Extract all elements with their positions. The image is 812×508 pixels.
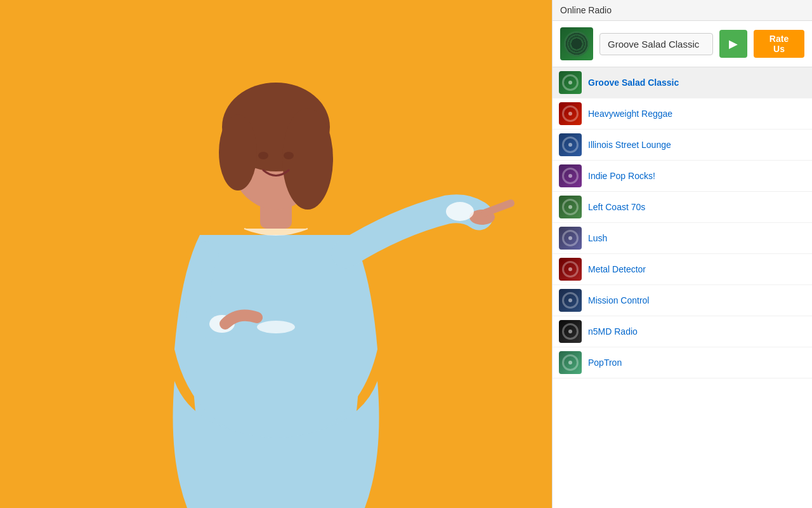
now-playing-bar: Groove Salad Classic ▶ Rate Us: [553, 21, 812, 67]
background-figure: [0, 0, 552, 508]
mini-vinyl-icon: [562, 230, 579, 246]
now-playing-name: Groove Salad Classic: [599, 33, 713, 55]
play-button[interactable]: ▶: [719, 30, 747, 58]
play-icon: ▶: [729, 37, 738, 51]
svg-point-12: [257, 321, 295, 333]
svg-point-10: [446, 202, 474, 221]
station-thumb: [559, 351, 582, 374]
mini-vinyl-icon: [562, 168, 579, 184]
station-list-item[interactable]: Heavyweight Reggae: [553, 98, 812, 130]
svg-point-6: [219, 114, 257, 190]
station-thumb: [559, 102, 582, 125]
station-list-item[interactable]: n5MD Radio: [553, 316, 812, 347]
svg-point-8: [284, 152, 294, 159]
mini-vinyl-icon: [562, 292, 579, 309]
station-name-link[interactable]: PopTron: [588, 358, 622, 368]
mini-vinyl-icon: [562, 105, 579, 122]
station-thumb: [559, 196, 582, 218]
station-list-item[interactable]: Left Coast 70s: [553, 192, 812, 223]
header-title: Online Radio: [560, 5, 612, 15]
station-list-item[interactable]: Illinois Street Lounge: [553, 130, 812, 161]
rate-label: Rate Us: [769, 34, 789, 54]
right-panel: Online Radio Groove Salad Classic ▶ Rate…: [552, 0, 812, 508]
thumbnail-image: [560, 27, 593, 60]
station-list-item[interactable]: Lush: [553, 223, 812, 254]
station-list-item[interactable]: PopTron: [553, 347, 812, 378]
station-list-item[interactable]: Groove Salad Classic: [553, 67, 812, 98]
station-name-link[interactable]: Groove Salad Classic: [588, 77, 679, 88]
station-name-link[interactable]: Heavyweight Reggae: [588, 109, 672, 119]
station-name-link[interactable]: Illinois Street Lounge: [588, 140, 671, 150]
mini-vinyl-icon: [562, 199, 579, 215]
rate-button[interactable]: Rate Us: [754, 30, 804, 58]
station-name-link[interactable]: Lush: [588, 233, 607, 243]
station-thumb: [559, 289, 582, 312]
left-panel: [0, 0, 552, 508]
mini-vinyl-icon: [562, 137, 579, 153]
mini-vinyl-icon: [562, 74, 579, 91]
header-bar: Online Radio: [553, 0, 812, 21]
mini-vinyl-icon: [562, 261, 579, 277]
station-thumb: [559, 133, 582, 156]
station-list-item[interactable]: Mission Control: [553, 285, 812, 316]
station-list-item[interactable]: Metal Detector: [553, 254, 812, 285]
station-name-link[interactable]: n5MD Radio: [588, 326, 638, 337]
vinyl-icon: [564, 31, 589, 57]
station-thumb: [559, 164, 582, 187]
mini-vinyl-icon: [562, 354, 579, 371]
svg-point-7: [258, 152, 268, 159]
station-list[interactable]: Groove Salad ClassicHeavyweight ReggaeIl…: [553, 67, 812, 508]
mini-vinyl-icon: [562, 323, 579, 340]
station-name-link[interactable]: Left Coast 70s: [588, 202, 645, 212]
station-thumb: [559, 320, 582, 343]
station-name-link[interactable]: Metal Detector: [588, 264, 646, 274]
station-name-link[interactable]: Indie Pop Rocks!: [588, 171, 655, 181]
station-thumb: [559, 258, 582, 281]
background: [0, 0, 552, 508]
station-list-item[interactable]: Indie Pop Rocks!: [553, 161, 812, 192]
now-playing-thumbnail: [560, 27, 593, 60]
station-thumb: [559, 227, 582, 250]
station-name-link[interactable]: Mission Control: [588, 295, 649, 305]
station-thumb: [559, 71, 582, 94]
